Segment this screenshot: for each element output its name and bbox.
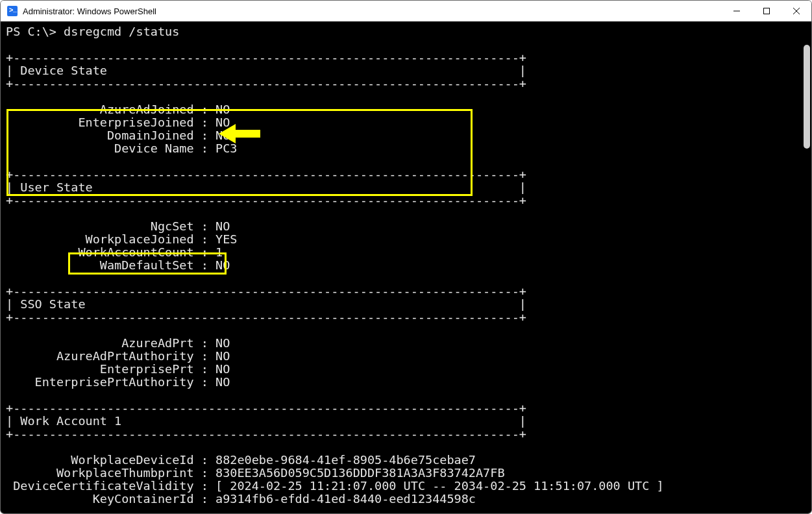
value-azureadprtauthority: NO	[215, 349, 230, 363]
value-workplacethumbprint: 830EE3A56D059C5D136DDDF381A3A3F83742A7FB	[215, 466, 505, 480]
command: dsregcmd /status	[64, 25, 179, 38]
minimize-button[interactable]	[722, 1, 752, 21]
value-workaccountcount: 1	[215, 245, 223, 259]
value-azureadjoined: NO	[215, 103, 230, 116]
vertical-scrollbar[interactable]	[804, 45, 810, 149]
value-workplacedeviceid: 882e0ebe-9684-41ef-8905-4b6e75cebae7	[215, 453, 476, 467]
value-azureadprt: NO	[215, 336, 230, 350]
value-keycontainerid: a9314fb6-efdd-41ed-8440-eed12344598c	[215, 492, 476, 506]
maximize-button[interactable]	[752, 1, 781, 21]
powershell-window: Administrator: Windows PowerShell PS C:\…	[0, 0, 812, 514]
value-devicename: PC3	[215, 141, 237, 155]
terminal-output: PS C:\> dsregcmd /status +--------------…	[1, 21, 811, 513]
prompt: PS C:\>	[6, 25, 64, 38]
value-wamdefaultset: NO	[215, 258, 230, 272]
powershell-icon	[7, 6, 18, 16]
value-workplacejoined: YES	[215, 232, 237, 246]
value-devicecertificatevalidity: [ 2024-02-25 11:21:07.000 UTC -- 2034-02…	[215, 479, 664, 493]
value-ngcset: NO	[215, 219, 230, 233]
titlebar[interactable]: Administrator: Windows PowerShell	[1, 1, 811, 21]
section-header-work-account: Work Account 1	[20, 414, 121, 428]
window-title: Administrator: Windows PowerShell	[23, 6, 156, 16]
value-enterprisejoined: NO	[215, 116, 230, 129]
value-domainjoined: NO	[215, 128, 230, 142]
section-header-device-state: Device State	[20, 64, 107, 77]
section-header-user-state: User State	[20, 180, 92, 194]
terminal-area[interactable]: PS C:\> dsregcmd /status +--------------…	[1, 21, 811, 513]
close-button[interactable]	[781, 1, 811, 21]
section-header-sso-state: SSO State	[20, 297, 85, 311]
value-enterpriseprt: NO	[215, 362, 230, 376]
svg-rect-1	[764, 8, 770, 14]
value-enterpriseprtauthority: NO	[215, 375, 230, 389]
